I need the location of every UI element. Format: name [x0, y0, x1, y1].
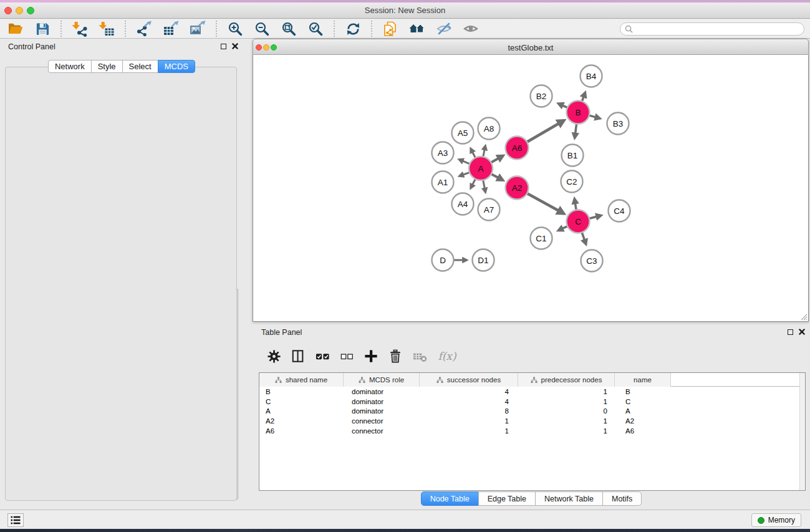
graph-node-A5[interactable]: A5 — [452, 122, 474, 144]
column-header-mcds-role[interactable]: MCDS role — [344, 373, 420, 387]
graph-edge-B-B4[interactable] — [582, 97, 583, 101]
graph-edge-A-A6[interactable] — [491, 158, 498, 162]
tab-select[interactable]: Select — [122, 60, 158, 73]
float-panel-icon[interactable] — [221, 44, 226, 49]
search-field[interactable] — [620, 22, 804, 36]
close-table-panel-icon[interactable] — [799, 329, 805, 335]
graph-edge-A-A5[interactable] — [473, 152, 475, 157]
graph-edge-A-A8[interactable] — [483, 150, 485, 157]
table-cell[interactable]: A6 — [615, 427, 671, 435]
table-cell[interactable]: C — [259, 398, 344, 405]
search-input[interactable] — [635, 24, 799, 34]
table-cell[interactable]: dominator — [344, 388, 420, 395]
column-header-name[interactable]: name — [615, 373, 671, 387]
table-cell[interactable]: 4 — [420, 398, 518, 405]
table-cell[interactable]: B — [615, 388, 671, 395]
table-cell[interactable]: B — [259, 388, 344, 395]
table-cell[interactable]: 1 — [518, 388, 615, 395]
graph-node-B4[interactable]: B4 — [581, 65, 602, 87]
graph-edge-C-C4[interactable] — [589, 217, 596, 219]
graph-node-A3[interactable]: A3 — [432, 142, 454, 164]
table-row[interactable]: A6connector11A6 — [259, 426, 805, 436]
delete-columns-button[interactable] — [388, 349, 403, 364]
clone-network-button[interactable] — [380, 20, 401, 37]
table-cell[interactable]: 4 — [420, 388, 518, 395]
tab-network[interactable]: Network — [48, 60, 92, 73]
zoom-fit-button[interactable] — [278, 20, 299, 37]
graph-node-D1[interactable]: D1 — [473, 249, 494, 271]
tab-node-table[interactable]: Node Table — [421, 491, 479, 506]
graph-edge-A2-C[interactable] — [528, 193, 558, 210]
hide-panel-button[interactable] — [433, 20, 455, 37]
graph-node-A7[interactable]: A7 — [478, 199, 500, 221]
graph-edge-C-C1[interactable] — [563, 226, 567, 228]
tab-motifs[interactable]: Motifs — [602, 491, 642, 506]
table-row[interactable]: Adominator80A — [259, 407, 805, 417]
open-session-button[interactable] — [5, 20, 26, 37]
graph-edge-B-B3[interactable] — [589, 115, 595, 117]
graph-node-C1[interactable]: C1 — [531, 228, 552, 249]
export-network-button[interactable] — [133, 20, 155, 37]
table-scrollbar[interactable] — [799, 373, 805, 490]
graph-edge-A-A4[interactable] — [473, 179, 475, 184]
tab-network-table[interactable]: Network Table — [535, 491, 603, 506]
show-columns-button[interactable] — [291, 349, 306, 364]
column-header-successor-nodes[interactable]: successor nodes — [420, 373, 518, 387]
home-layout-button[interactable] — [407, 20, 428, 37]
graph-edge-B-B1[interactable] — [576, 124, 577, 133]
table-cell[interactable]: connector — [344, 427, 420, 435]
graph-edge-A-A2[interactable] — [491, 174, 498, 177]
memory-button[interactable]: Memory — [751, 513, 801, 527]
graph-edge-A6-B[interactable] — [527, 123, 558, 142]
save-session-button[interactable] — [32, 20, 53, 37]
graph-node-B3[interactable]: B3 — [607, 113, 629, 135]
zoom-out-button[interactable] — [251, 20, 272, 37]
graph-edge-B-B2[interactable] — [563, 105, 567, 107]
graph-edge-A-A1[interactable] — [463, 173, 469, 175]
graph-edge-C-C2[interactable] — [576, 204, 576, 210]
node-table[interactable]: shared nameMCDS rolesuccessor nodesprede… — [259, 372, 806, 491]
table-cell[interactable]: 1 — [518, 398, 615, 405]
export-table-button[interactable] — [160, 20, 181, 37]
zoom-in-button[interactable] — [224, 20, 246, 37]
table-cell[interactable]: C — [615, 398, 671, 405]
network-graph[interactable]: AA1A2A3A4A5A6A7A8BB1B2B3B4CC1C2C3C4DD1 — [253, 55, 808, 321]
refresh-view-button[interactable] — [342, 20, 364, 37]
graph-edge-A-A3[interactable] — [463, 161, 470, 163]
table-cell[interactable]: 1 — [518, 427, 615, 435]
graph-node-A[interactable]: A — [469, 157, 493, 180]
table-row[interactable]: Bdominator41B — [259, 387, 805, 397]
close-panel-icon[interactable] — [232, 43, 238, 49]
table-cell[interactable]: dominator — [344, 398, 420, 405]
network-canvas[interactable]: AA1A2A3A4A5A6A7A8BB1B2B3B4CC1C2C3C4DD1 — [253, 55, 809, 322]
table-cell[interactable]: 0 — [518, 407, 615, 415]
import-network-button[interactable] — [69, 20, 90, 37]
table-cell[interactable]: 1 — [420, 427, 518, 435]
table-cell[interactable]: 1 — [420, 417, 518, 425]
table-cell[interactable]: A6 — [259, 427, 344, 435]
function-builder-button[interactable]: f(x) — [436, 349, 458, 364]
float-table-panel-icon[interactable] — [788, 329, 793, 335]
graph-node-A1[interactable]: A1 — [432, 172, 454, 193]
import-table-button[interactable] — [96, 20, 117, 37]
table-cell[interactable]: 1 — [518, 417, 615, 425]
table-cell[interactable]: connector — [344, 417, 420, 425]
graph-node-B[interactable]: B — [567, 101, 590, 124]
select-all-columns-button[interactable] — [315, 349, 330, 364]
column-header-shared-name[interactable]: shared name — [259, 373, 344, 387]
unselect-all-columns-button[interactable] — [339, 349, 354, 364]
task-history-button[interactable] — [7, 513, 24, 527]
graph-node-C2[interactable]: C2 — [561, 171, 583, 193]
table-settings-gear-button[interactable] — [266, 349, 281, 364]
column-header-predecessor-nodes[interactable]: predecessor nodes — [518, 373, 615, 387]
table-cell[interactable]: A2 — [615, 417, 671, 425]
resize-grip-icon[interactable] — [799, 312, 808, 321]
graph-node-C[interactable]: C — [567, 210, 590, 233]
graph-node-B1[interactable]: B1 — [562, 145, 584, 167]
graph-edge-C-C3[interactable] — [582, 233, 584, 239]
table-cell[interactable]: A2 — [259, 417, 344, 425]
graph-node-B2[interactable]: B2 — [531, 85, 552, 107]
graph-node-D[interactable]: D — [432, 249, 454, 271]
graph-node-C3[interactable]: C3 — [581, 250, 603, 272]
zoom-selected-button[interactable] — [305, 20, 326, 37]
